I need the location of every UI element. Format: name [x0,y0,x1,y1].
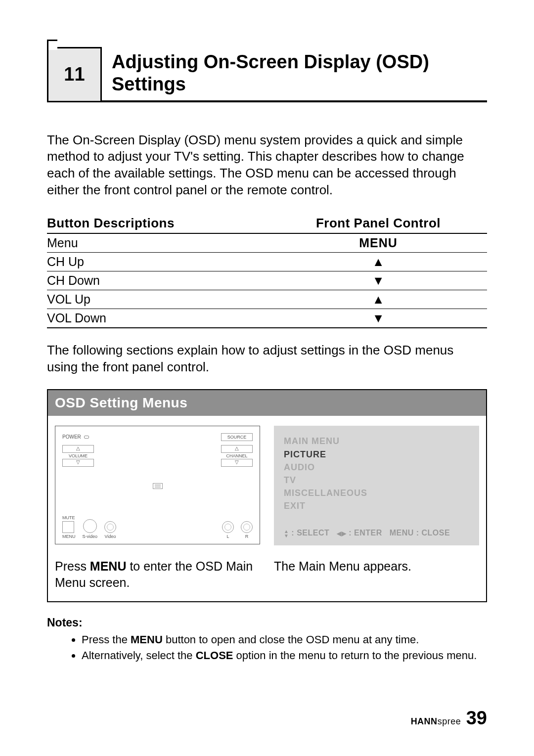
down-arrow-icon: ▼ [269,309,487,328]
caption-left: Press MENU to enter the OSD Main Menu sc… [48,555,267,601]
osd-menu-item: MISCELLANEOUS [284,487,469,499]
osd-menu-item: EXIT [284,499,469,512]
page-footer: HANNspree 39 [47,708,487,729]
volume-rocker: △ VOLUME ▽ [62,445,94,467]
notes-title: Notes: [47,616,487,629]
chapter-title: Adjusting On-Screen Display (OSD) Settin… [112,47,487,100]
up-arrow-icon: ▲ [269,290,487,309]
caption-right: The Main Menu appears. [267,555,486,601]
mute-port: MUTE MENU [62,515,76,539]
rca-jack-icon [241,521,253,533]
volume-label: VOLUME [62,453,94,458]
up-arrow-icon: ▲ [269,252,487,271]
osd-menu-item: TV [284,474,469,487]
updown-arrows-icon: ▲▼ [284,529,289,538]
table-row: Menu MENU [47,233,487,253]
source-button-label: SOURCE [221,433,253,441]
card-slot-icon [153,483,163,489]
button-desc: VOL Up [47,290,269,309]
notes-section: Notes: Press the MENU button to open and… [47,616,487,663]
osd-hints: ▲▼ : SELECT ◀▶ : ENTER MENU : CLOSE [284,527,469,538]
mute-button-icon [62,521,74,533]
chapter-number: 11 [47,47,102,102]
power-led-icon [84,436,89,439]
table-row: VOL Down ▼ [47,309,487,328]
up-triangle-icon: △ [221,445,253,453]
channel-rocker: △ CHANNEL ▽ [221,445,253,467]
channel-label: CHANNEL [221,453,253,458]
page-number: 39 [466,708,487,728]
svideo-port: S-video [83,519,98,539]
button-descriptions-table: Button Descriptions Front Panel Control … [47,214,487,328]
osd-menu-item: AUDIO [284,461,469,474]
button-desc: CH Up [47,252,269,271]
video-port: Video [104,521,116,539]
brand-bold: HANN [411,716,438,726]
rca-jack-icon [104,521,116,533]
chapter-header: 11 Adjusting On-Screen Display (OSD) Set… [47,47,487,102]
osd-setting-box: OSD Setting Menus POWER SOURCE △ [47,389,487,602]
button-desc: CH Down [47,271,269,290]
menu-port-label: MENU [62,534,76,539]
table-row: CH Down ▼ [47,271,487,290]
front-panel-diagram: POWER SOURCE △ VOLUME ▽ △ CHA [48,416,267,555]
up-triangle-icon: △ [62,445,94,453]
osd-header-right [267,390,486,416]
table-row: CH Up ▲ [47,252,487,271]
osd-menu-item-selected: PICTURE [284,448,469,461]
button-desc: VOL Down [47,309,269,328]
osd-header-left: OSD Setting Menus [48,390,267,416]
button-desc: Menu [47,233,269,253]
down-arrow-icon: ▼ [269,271,487,290]
table-header-right: Front Panel Control [269,214,487,233]
intro-paragraph: The On-Screen Display (OSD) menu system … [47,132,487,199]
power-label: POWER [62,434,81,440]
osd-main-menu-screen: MAIN MENU PICTURE AUDIO TV MISCELLANEOUS… [267,416,486,555]
down-triangle-icon: ▽ [221,459,253,467]
brand-light: spree [438,716,461,726]
svideo-jack-icon [83,519,97,533]
note-item: Press the MENU button to open and close … [82,632,487,647]
table-row: VOL Up ▲ [47,290,487,309]
rca-jack-icon [222,521,234,533]
down-triangle-icon: ▽ [62,459,94,467]
table-header-left: Button Descriptions [47,214,269,233]
audio-r-port: R [241,521,253,539]
osd-menu-title: MAIN MENU [284,435,469,447]
note-item: Alternatively, select the CLOSE option i… [82,648,487,663]
audio-l-port: L [222,521,234,539]
front-panel-control: MENU [269,233,487,253]
leftright-arrows-icon: ◀▶ [337,530,346,537]
following-paragraph: The following sections explain how to ad… [47,342,487,376]
